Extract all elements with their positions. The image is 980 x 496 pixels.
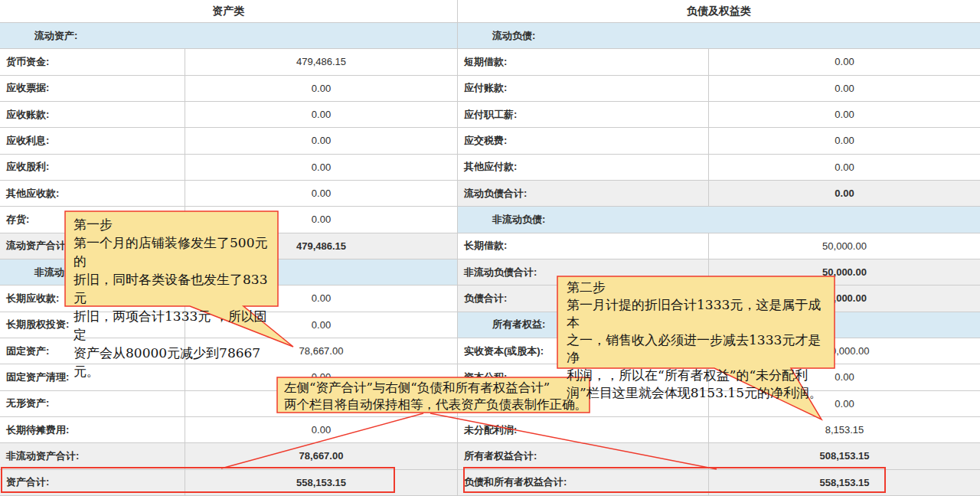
row-label: 非流动资产合计: [0, 443, 185, 468]
row-value: 0.00 [185, 76, 457, 101]
assets-table: 流动资产:货币资金:479,486.15应收票据:0.00应收账款:0.00应收… [0, 23, 458, 496]
row-value: 558,153.15 [185, 470, 457, 495]
item-row: 应付职工薪:0.00 [458, 102, 980, 128]
total-row: 负债合计:50,000.00 [458, 286, 980, 312]
row-label: 长期借款: [458, 233, 709, 259]
row-value: 78,667.00 [185, 338, 457, 364]
item-row: 应收股利:0.00 [0, 155, 457, 181]
item-row: 实收资本(或股本):500,000.00 [458, 338, 980, 364]
item-row: 无形资产:0.00 [0, 391, 457, 417]
row-label: 应收利息: [0, 128, 185, 153]
section-label: 流动负债: [492, 29, 535, 43]
row-value: 0.00 [709, 49, 980, 74]
total-row: 流动资产合计:479,486.15 [0, 233, 457, 259]
total-row: 非流动负债合计:50,000.00 [458, 259, 980, 286]
row-value: 0.00 [185, 181, 457, 206]
row-label: 应收股利: [0, 155, 185, 180]
row-value: 50,000.00 [709, 286, 980, 311]
row-value: 0.00 [185, 312, 457, 338]
row-value: 479,486.15 [185, 233, 457, 259]
liabilities-table: 流动负债:短期借款:0.00应付账款:0.00应付职工薪:0.00应交税费:0.… [458, 23, 980, 496]
total-row: 流动负债合计:0.00 [458, 181, 980, 207]
section-label: 非流动资产: [34, 266, 87, 279]
row-value: 479,486.15 [185, 49, 457, 74]
section-label: 所有者权益: [492, 318, 545, 331]
section-row: 流动负债: [458, 23, 980, 49]
row-value: 0.00 [185, 286, 457, 311]
row-label: 盈余公积: [458, 391, 709, 416]
row-label: 实收资本(或股本): [458, 338, 709, 364]
row-label: 流动资产合计: [0, 233, 185, 259]
section-label: 流动资产: [34, 29, 77, 43]
section-row: 非流动资产: [0, 259, 457, 286]
row-label: 固定资产清理: [0, 364, 185, 390]
section-label: 非流动负债: [492, 213, 545, 227]
row-label: 其他应收款: [0, 181, 185, 206]
row-value: 0.00 [709, 155, 980, 180]
total-row: 资产合计:558,153.15 [0, 470, 457, 496]
row-label: 未分配利润: [458, 417, 709, 442]
item-row: 长期借款:50,000.00 [458, 233, 980, 259]
row-value: 0.00 [185, 391, 457, 416]
row-value: 0.00 [709, 76, 980, 101]
row-label: 长期应收款: [0, 286, 185, 311]
row-value: 0.00 [185, 207, 457, 232]
total-row: 负债和所有者权益合计:558,153.15 [458, 470, 980, 496]
row-label: 应付职工薪: [458, 102, 709, 127]
row-label: 应付账款: [458, 76, 709, 101]
section-row: 流动资产: [0, 23, 457, 49]
item-row: 固定资产:78,667.00 [0, 338, 457, 364]
item-row: 其他应收款:0.00 [0, 181, 457, 207]
row-label: 货币资金: [0, 49, 185, 74]
row-label: 长期待摊费用: [0, 417, 185, 442]
row-value: 78,667.00 [185, 443, 457, 468]
row-value: 8,153.15 [709, 417, 980, 442]
item-row: 应交税费:0.00 [458, 128, 980, 154]
item-row: 货币资金:479,486.15 [0, 49, 457, 75]
row-value: 0.00 [709, 128, 980, 153]
item-row: 应收利息:0.00 [0, 128, 457, 154]
row-value: 0.00 [709, 391, 980, 416]
item-row: 存货:0.00 [0, 207, 457, 233]
row-value: 508,153.15 [709, 443, 980, 468]
row-label: 存货: [0, 207, 185, 232]
item-row: 其他应付款:0.00 [458, 155, 980, 181]
assets-column-header: 资产类 [0, 0, 458, 23]
row-label: 非流动负债合计: [458, 259, 709, 285]
row-value: 50,000.00 [709, 259, 980, 285]
row-value: 50,000.00 [709, 233, 980, 259]
section-row: 非流动负债: [458, 207, 980, 233]
row-label: 固定资产: [0, 338, 185, 364]
row-label: 应收票据: [0, 76, 185, 101]
row-label: 长期股权投资: [0, 312, 185, 338]
row-value: 0.00 [709, 364, 980, 390]
row-value: 558,153.15 [709, 470, 980, 495]
item-row: 长期股权投资:0.00 [0, 312, 457, 338]
total-row: 非流动资产合计:78,667.00 [0, 443, 457, 469]
item-row: 未分配利润:8,153.15 [458, 417, 980, 443]
item-row: 长期应收款:0.00 [0, 286, 457, 312]
row-value: 0.00 [709, 102, 980, 127]
section-row: 所有者权益: [458, 312, 980, 338]
row-label: 所有者权益合计: [458, 443, 709, 468]
row-value: 0.00 [185, 417, 457, 442]
row-value: 0.00 [185, 128, 457, 153]
row-value: 500,000.00 [709, 338, 980, 364]
row-label: 负债和所有者权益合计: [458, 470, 709, 495]
row-label: 应收账款: [0, 102, 185, 127]
item-row: 固定资产清理:0.00 [0, 364, 457, 390]
item-row: 短期借款:0.00 [458, 49, 980, 75]
item-row: 盈余公积:0.00 [458, 391, 980, 417]
row-label: 负债合计: [458, 286, 709, 311]
item-row: 应付账款:0.00 [458, 76, 980, 102]
row-value: 0.00 [709, 181, 980, 206]
item-row: 应收票据:0.00 [0, 76, 457, 102]
row-label: 无形资产: [0, 391, 185, 416]
row-value: 0.00 [185, 155, 457, 180]
row-label: 其他应付款: [458, 155, 709, 180]
item-row: 长期待摊费用:0.00 [0, 417, 457, 443]
row-label: 短期借款: [458, 49, 709, 74]
row-label: 资本公积: [458, 364, 709, 390]
row-label: 应交税费: [458, 128, 709, 153]
item-row: 应收账款:0.00 [0, 102, 457, 128]
